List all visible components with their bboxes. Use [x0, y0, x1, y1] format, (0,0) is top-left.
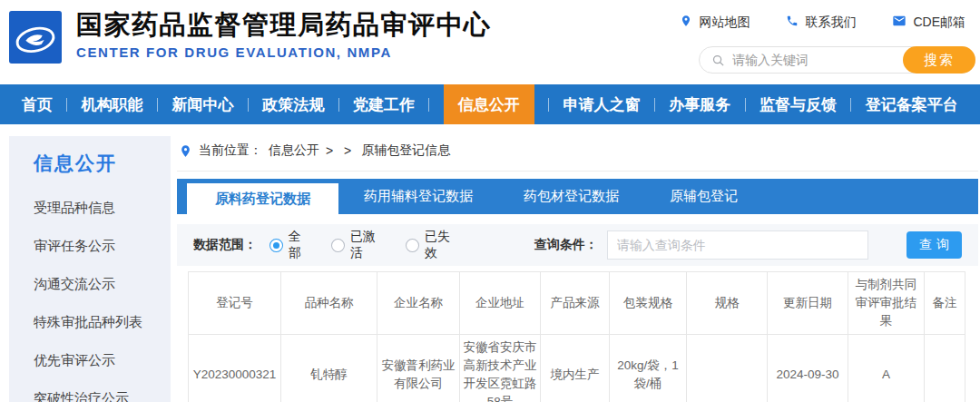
- tab[interactable]: 药包材登记数据: [498, 179, 644, 214]
- sidebar-item[interactable]: 突破性治疗公示: [34, 379, 171, 402]
- nav-item[interactable]: 新闻中心: [172, 94, 234, 115]
- breadcrumb-prefix: 当前位置：: [199, 142, 262, 159]
- location-pin-icon: [680, 15, 692, 30]
- location-pin-icon: [179, 144, 192, 158]
- table-cell: 安徽省安庆市高新技术产业开发区霓虹路58号: [460, 335, 541, 402]
- breadcrumb-page: 原辅包登记信息: [361, 142, 450, 159]
- table-cell: [687, 335, 768, 402]
- nav-separator: [338, 98, 339, 112]
- column-header: 规格: [687, 272, 768, 335]
- tab-bar: 原料药登记数据药用辅料登记数据药包材登记数据原辅包登记: [177, 179, 978, 214]
- nav-item[interactable]: 信息公开: [444, 84, 534, 124]
- sidebar-title: 信息公开: [34, 151, 171, 176]
- query-button[interactable]: 查询: [906, 231, 962, 259]
- nav-separator: [157, 98, 158, 112]
- quick-link-label: 联系我们: [805, 15, 856, 31]
- table-header-row: 登记号品种名称企业名称企业地址产品来源包装规格规格更新日期与制剂共同审评审批结果…: [189, 272, 965, 335]
- nav-item[interactable]: 登记备案平台: [866, 94, 958, 115]
- quick-link[interactable]: 联系我们: [786, 15, 856, 31]
- radio-option[interactable]: 已激活: [331, 229, 387, 261]
- table-cell: Y20230000321: [189, 335, 281, 402]
- query-input[interactable]: [607, 230, 868, 260]
- radio-button[interactable]: [331, 239, 345, 252]
- nav-item[interactable]: 党建工作: [353, 94, 415, 115]
- table-cell: 钆特醇: [281, 335, 377, 402]
- nav-item[interactable]: 办事服务: [669, 94, 730, 115]
- mail-icon: [892, 14, 906, 31]
- scope-label: 数据范围：: [193, 237, 257, 253]
- cde-logo: [9, 11, 62, 64]
- breadcrumb: 当前位置： 信息公开 > > 原辅包登记信息: [177, 136, 978, 172]
- column-header: 品种名称: [281, 272, 377, 335]
- quick-link-label: CDE邮箱: [913, 15, 965, 31]
- nav-separator: [745, 98, 746, 112]
- sidebar-item[interactable]: 特殊审批品种列表: [34, 303, 171, 341]
- column-header: 产品来源: [541, 272, 610, 335]
- tab[interactable]: 原辅包登记: [644, 179, 763, 214]
- phone-icon: [786, 15, 799, 30]
- radio-label: 已失效: [425, 229, 462, 261]
- nav-item[interactable]: 首页: [22, 94, 53, 115]
- radio-option[interactable]: 全部: [270, 229, 313, 261]
- column-header: 与制剂共同审评审批结果: [848, 272, 925, 335]
- table-cell: 20kg/袋，1袋/桶: [610, 335, 687, 402]
- registration-table: 登记号品种名称企业名称企业地址产品来源包装规格规格更新日期与制剂共同审评审批结果…: [188, 271, 965, 402]
- header: 国家药品监督管理局药品审评中心 CENTER FOR DRUG EVALUATI…: [0, 0, 980, 84]
- radio-button[interactable]: [406, 239, 419, 252]
- site-title: 国家药品监督管理局药品审评中心: [76, 8, 492, 41]
- radio-group: 全部已激活已失效: [270, 229, 462, 261]
- nav-separator: [428, 98, 429, 112]
- sidebar: 信息公开 受理品种信息审评任务公示沟通交流公示特殊审批品种列表优先审评公示突破性…: [9, 136, 171, 402]
- sidebar-item[interactable]: 沟通交流公示: [34, 265, 171, 303]
- column-header: 企业名称: [377, 272, 460, 335]
- sidebar-list: 受理品种信息审评任务公示沟通交流公示特殊审批品种列表优先审评公示突破性治疗公示: [34, 189, 171, 402]
- table-cell: [925, 335, 965, 402]
- quick-links: 网站地图联系我们CDE邮箱: [680, 14, 965, 31]
- nav-separator: [548, 98, 549, 112]
- quick-link[interactable]: 网站地图: [680, 15, 750, 31]
- sidebar-item[interactable]: 优先审评公示: [34, 341, 171, 379]
- tab[interactable]: 药用辅料登记数据: [338, 179, 498, 214]
- table-body: Y20230000321钆特醇安徽普利药业有限公司安徽省安庆市高新技术产业开发区…: [189, 335, 965, 402]
- nav-item[interactable]: 申请人之窗: [564, 94, 641, 115]
- search-button[interactable]: 搜索: [903, 46, 975, 74]
- radio-label: 已激活: [350, 229, 387, 261]
- column-header: 登记号: [189, 272, 281, 335]
- query-label: 查询条件：: [534, 237, 598, 253]
- table-cell: 境内生产: [541, 335, 610, 402]
- page: 国家药品监督管理局药品审评中心 CENTER FOR DRUG EVALUATI…: [0, 0, 980, 402]
- sidebar-item[interactable]: 受理品种信息: [34, 189, 171, 227]
- tab[interactable]: 原料药登记数据: [187, 183, 338, 214]
- column-header: 更新日期: [768, 272, 848, 335]
- content: 当前位置： 信息公开 > > 原辅包登记信息 原料药登记数据药用辅料登记数据药包…: [177, 136, 978, 402]
- table-cell: 2024-09-30: [768, 335, 848, 402]
- quick-link-label: 网站地图: [699, 15, 750, 31]
- nav-item[interactable]: 政策法规: [262, 94, 324, 115]
- nav-separator: [654, 98, 655, 112]
- search-icon: [711, 54, 725, 67]
- filter-bar: 数据范围： 全部已激活已失效 查询条件： 查询: [177, 224, 978, 266]
- nav: 首页机构职能新闻中心政策法规党建工作信息公开申请人之窗办事服务监督与反馈登记备案…: [0, 84, 980, 124]
- nav-item[interactable]: 监督与反馈: [760, 94, 837, 115]
- breadcrumb-section[interactable]: 信息公开: [269, 142, 319, 159]
- nav-separator: [66, 98, 67, 112]
- quick-link[interactable]: CDE邮箱: [892, 14, 965, 31]
- column-header: 包装规格: [610, 272, 687, 335]
- nav-item[interactable]: 机构职能: [82, 94, 143, 115]
- nav-separator: [850, 98, 851, 112]
- column-header: 备注: [925, 272, 965, 335]
- site-subtitle: CENTER FOR DRUG EVALUATION, NMPA: [76, 44, 492, 60]
- table-cell: 安徽普利药业有限公司: [377, 335, 460, 402]
- sidebar-item[interactable]: 审评任务公示: [34, 227, 171, 265]
- radio-label: 全部: [289, 229, 313, 261]
- table-cell: A: [848, 335, 925, 402]
- table-head: 登记号品种名称企业名称企业地址产品来源包装规格规格更新日期与制剂共同审评审批结果…: [189, 272, 965, 335]
- table-row[interactable]: Y20230000321钆特醇安徽普利药业有限公司安徽省安庆市高新技术产业开发区…: [189, 335, 965, 402]
- radio-option[interactable]: 已失效: [406, 229, 462, 261]
- title-block: 国家药品监督管理局药品审评中心 CENTER FOR DRUG EVALUATI…: [76, 8, 492, 60]
- site-search: 搜索: [699, 46, 975, 74]
- column-header: 企业地址: [460, 272, 541, 335]
- nav-separator: [248, 98, 249, 112]
- breadcrumb-separator: > >: [326, 143, 355, 158]
- radio-button[interactable]: [270, 239, 283, 252]
